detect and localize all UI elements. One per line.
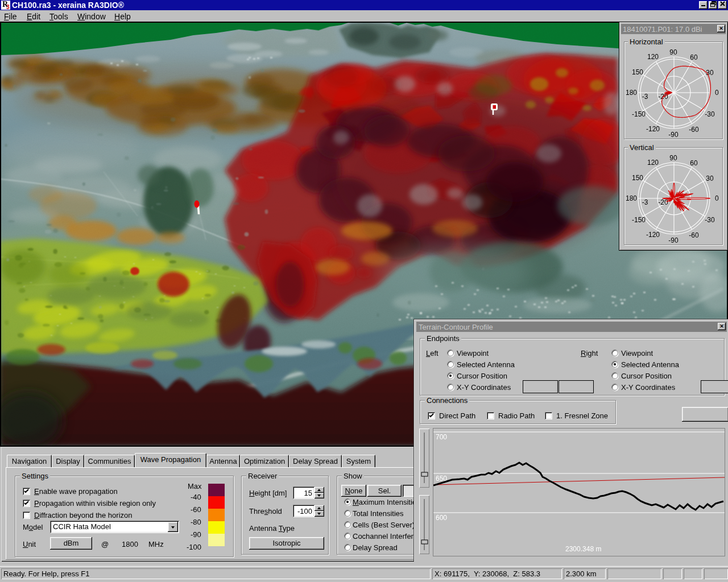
svg-text:-60: -60 [689,126,699,134]
svg-text:0: 0 [715,194,719,202]
svg-text:-3: -3 [642,198,648,206]
svg-text:-3: -3 [642,93,648,101]
svg-text:120: 120 [647,53,659,61]
svg-text:2300.348 m: 2300.348 m [565,545,601,553]
svg-text:90: 90 [669,48,677,56]
svg-text:-30: -30 [705,216,715,224]
svg-text:-150: -150 [632,216,646,224]
svg-text:30: 30 [706,174,714,182]
svg-text:150: 150 [632,68,643,76]
svg-text:600: 600 [436,514,447,522]
svg-text:-90: -90 [668,236,679,244]
svg-text:90: 90 [669,154,677,162]
svg-text:-150: -150 [632,110,646,118]
svg-text:180: 180 [626,194,637,202]
svg-text:60: 60 [690,159,698,167]
svg-text:-90: -90 [668,131,679,139]
svg-text:150: 150 [632,174,643,182]
svg-text:120: 120 [647,159,659,167]
svg-text:60: 60 [690,53,698,61]
svg-text:0: 0 [715,89,719,97]
svg-text:-60: -60 [689,231,699,239]
svg-text:700: 700 [436,433,447,441]
svg-text:-30: -30 [705,110,715,118]
svg-text:-120: -120 [646,125,660,133]
svg-text:-120: -120 [646,231,660,239]
svg-text:180: 180 [626,89,637,97]
